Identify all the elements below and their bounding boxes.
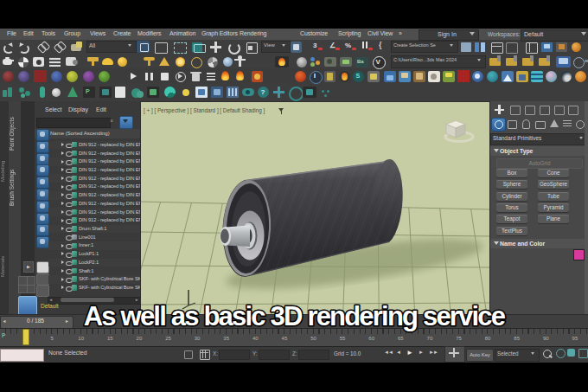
svg-text:As well as basic 3D rendering: As well as basic 3D rendering service [84, 301, 506, 331]
